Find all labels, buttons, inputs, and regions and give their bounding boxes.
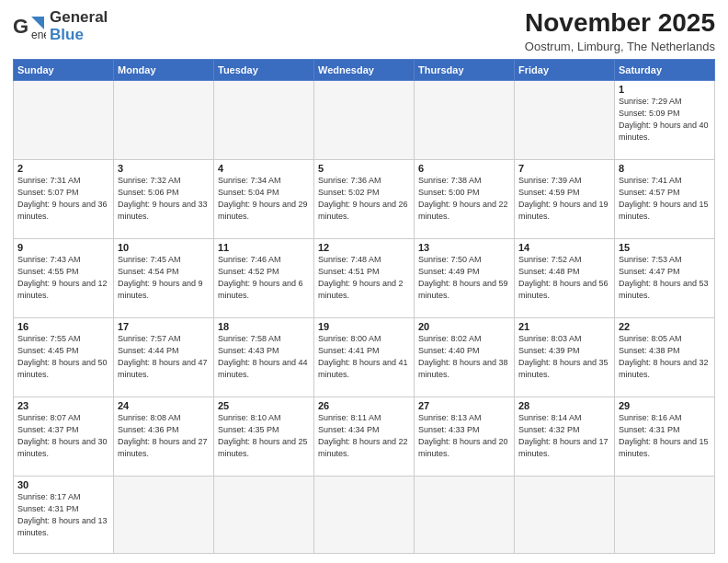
page: G eneral General Blue November 2025 Oost… (0, 0, 728, 563)
calendar-cell (515, 80, 615, 159)
calendar-cell (214, 80, 314, 159)
day-info: Sunrise: 7:58 AM Sunset: 4:43 PM Dayligh… (218, 333, 310, 381)
col-header-friday: Friday (515, 59, 615, 80)
day-info: Sunrise: 8:05 AM Sunset: 4:38 PM Dayligh… (619, 333, 711, 381)
col-header-sunday: Sunday (14, 59, 114, 80)
calendar-cell: 17Sunrise: 7:57 AM Sunset: 4:44 PM Dayli… (114, 317, 214, 396)
calendar-cell: 2Sunrise: 7:31 AM Sunset: 5:07 PM Daylig… (14, 159, 114, 238)
subtitle: Oostrum, Limburg, The Netherlands (525, 40, 715, 53)
calendar-cell: 19Sunrise: 8:00 AM Sunset: 4:41 PM Dayli… (314, 317, 415, 396)
calendar-cell: 27Sunrise: 8:13 AM Sunset: 4:33 PM Dayli… (415, 396, 515, 476)
calendar-week-3: 9Sunrise: 7:43 AM Sunset: 4:55 PM Daylig… (14, 238, 715, 317)
calendar-table: SundayMondayTuesdayWednesdayThursdayFrid… (13, 59, 715, 554)
day-info: Sunrise: 7:31 AM Sunset: 5:07 PM Dayligh… (17, 175, 109, 223)
calendar-cell: 26Sunrise: 8:11 AM Sunset: 4:34 PM Dayli… (314, 396, 415, 476)
day-number: 4 (218, 163, 310, 174)
day-number: 10 (118, 242, 210, 253)
calendar-cell: 21Sunrise: 8:03 AM Sunset: 4:39 PM Dayli… (515, 317, 615, 396)
day-number: 30 (17, 479, 109, 490)
day-info: Sunrise: 8:16 AM Sunset: 4:31 PM Dayligh… (619, 412, 711, 460)
calendar-cell (415, 477, 515, 554)
day-number: 15 (619, 242, 711, 253)
day-info: Sunrise: 8:11 AM Sunset: 4:34 PM Dayligh… (318, 412, 410, 460)
calendar-cell (114, 477, 214, 554)
calendar-cell: 16Sunrise: 7:55 AM Sunset: 4:45 PM Dayli… (14, 317, 114, 396)
day-number: 21 (518, 321, 610, 332)
col-header-tuesday: Tuesday (214, 59, 314, 80)
day-number: 29 (619, 400, 711, 411)
day-info: Sunrise: 7:48 AM Sunset: 4:51 PM Dayligh… (318, 254, 410, 302)
day-number: 18 (218, 321, 310, 332)
day-number: 5 (318, 163, 410, 174)
day-number: 6 (418, 163, 510, 174)
col-header-wednesday: Wednesday (314, 59, 415, 80)
day-info: Sunrise: 8:02 AM Sunset: 4:40 PM Dayligh… (418, 333, 510, 381)
day-info: Sunrise: 7:43 AM Sunset: 4:55 PM Dayligh… (17, 254, 109, 302)
day-number: 2 (17, 163, 109, 174)
day-info: Sunrise: 7:32 AM Sunset: 5:06 PM Dayligh… (118, 175, 210, 223)
calendar-cell: 28Sunrise: 8:14 AM Sunset: 4:32 PM Dayli… (515, 396, 615, 476)
calendar-cell (515, 477, 615, 554)
day-info: Sunrise: 8:13 AM Sunset: 4:33 PM Dayligh… (418, 412, 510, 460)
calendar-cell (214, 477, 314, 554)
day-number: 27 (418, 400, 510, 411)
col-header-monday: Monday (114, 59, 214, 80)
calendar-cell: 25Sunrise: 8:10 AM Sunset: 4:35 PM Dayli… (214, 396, 314, 476)
day-info: Sunrise: 7:50 AM Sunset: 4:49 PM Dayligh… (418, 254, 510, 302)
day-number: 1 (619, 84, 711, 95)
calendar-cell: 7Sunrise: 7:39 AM Sunset: 4:59 PM Daylig… (515, 159, 615, 238)
calendar-week-4: 16Sunrise: 7:55 AM Sunset: 4:45 PM Dayli… (14, 317, 715, 396)
day-info: Sunrise: 8:17 AM Sunset: 4:31 PM Dayligh… (17, 491, 109, 539)
day-info: Sunrise: 8:10 AM Sunset: 4:35 PM Dayligh… (218, 412, 310, 460)
calendar-cell: 12Sunrise: 7:48 AM Sunset: 4:51 PM Dayli… (314, 238, 415, 317)
day-number: 25 (218, 400, 310, 411)
logo-icon: G eneral (13, 13, 46, 40)
calendar-cell (114, 80, 214, 159)
calendar-cell: 11Sunrise: 7:46 AM Sunset: 4:52 PM Dayli… (214, 238, 314, 317)
calendar-cell: 29Sunrise: 8:16 AM Sunset: 4:31 PM Dayli… (615, 396, 715, 476)
day-info: Sunrise: 8:08 AM Sunset: 4:36 PM Dayligh… (118, 412, 210, 460)
calendar-cell: 18Sunrise: 7:58 AM Sunset: 4:43 PM Dayli… (214, 317, 314, 396)
day-number: 17 (118, 321, 210, 332)
day-number: 16 (17, 321, 109, 332)
day-info: Sunrise: 8:14 AM Sunset: 4:32 PM Dayligh… (518, 412, 610, 460)
calendar-cell: 14Sunrise: 7:52 AM Sunset: 4:48 PM Dayli… (515, 238, 615, 317)
day-info: Sunrise: 7:52 AM Sunset: 4:48 PM Dayligh… (518, 254, 610, 302)
calendar-cell: 8Sunrise: 7:41 AM Sunset: 4:57 PM Daylig… (615, 159, 715, 238)
title-block: November 2025 Oostrum, Limburg, The Neth… (525, 9, 715, 53)
calendar-cell (314, 477, 415, 554)
calendar-week-6: 30Sunrise: 8:17 AM Sunset: 4:31 PM Dayli… (14, 477, 715, 554)
day-number: 13 (418, 242, 510, 253)
day-number: 11 (218, 242, 310, 253)
day-info: Sunrise: 8:03 AM Sunset: 4:39 PM Dayligh… (518, 333, 610, 381)
calendar-cell: 24Sunrise: 8:08 AM Sunset: 4:36 PM Dayli… (114, 396, 214, 476)
calendar-cell (415, 80, 515, 159)
header: G eneral General Blue November 2025 Oost… (13, 9, 715, 53)
calendar-cell (615, 477, 715, 554)
svg-text:G: G (13, 15, 28, 38)
day-info: Sunrise: 8:07 AM Sunset: 4:37 PM Dayligh… (17, 412, 109, 460)
day-number: 28 (518, 400, 610, 411)
day-info: Sunrise: 7:45 AM Sunset: 4:54 PM Dayligh… (118, 254, 210, 302)
day-number: 26 (318, 400, 410, 411)
day-info: Sunrise: 7:46 AM Sunset: 4:52 PM Dayligh… (218, 254, 310, 302)
day-number: 3 (118, 163, 210, 174)
col-header-thursday: Thursday (415, 59, 515, 80)
day-number: 23 (17, 400, 109, 411)
month-title: November 2025 (525, 9, 715, 38)
day-info: Sunrise: 7:34 AM Sunset: 5:04 PM Dayligh… (218, 175, 310, 223)
calendar-week-5: 23Sunrise: 8:07 AM Sunset: 4:37 PM Dayli… (14, 396, 715, 476)
calendar-header-row: SundayMondayTuesdayWednesdayThursdayFrid… (14, 59, 715, 80)
day-info: Sunrise: 7:36 AM Sunset: 5:02 PM Dayligh… (318, 175, 410, 223)
calendar-cell: 3Sunrise: 7:32 AM Sunset: 5:06 PM Daylig… (114, 159, 214, 238)
calendar-cell: 23Sunrise: 8:07 AM Sunset: 4:37 PM Dayli… (14, 396, 114, 476)
day-number: 24 (118, 400, 210, 411)
calendar-cell: 5Sunrise: 7:36 AM Sunset: 5:02 PM Daylig… (314, 159, 415, 238)
calendar-cell: 20Sunrise: 8:02 AM Sunset: 4:40 PM Dayli… (415, 317, 515, 396)
calendar-cell (314, 80, 415, 159)
day-info: Sunrise: 7:29 AM Sunset: 5:09 PM Dayligh… (619, 96, 711, 144)
day-number: 20 (418, 321, 510, 332)
day-number: 22 (619, 321, 711, 332)
day-number: 14 (518, 242, 610, 253)
calendar-cell: 15Sunrise: 7:53 AM Sunset: 4:47 PM Dayli… (615, 238, 715, 317)
